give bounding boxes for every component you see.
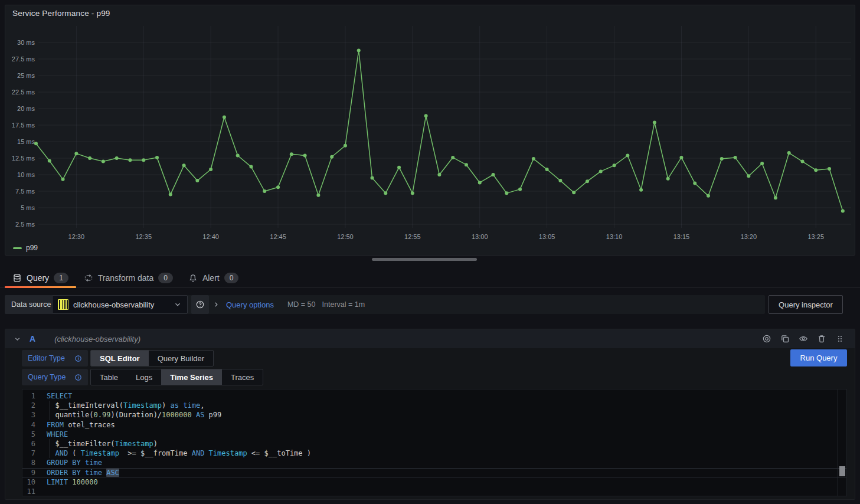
indent-guide — [50, 401, 50, 410]
tab-count-badge: 0 — [158, 273, 173, 283]
overview-ruler-decoration — [839, 466, 845, 476]
datasource-picker[interactable]: clickhouse-observability — [52, 295, 188, 314]
active-tab-underline — [5, 286, 76, 288]
svg-text:12:30: 12:30 — [68, 233, 85, 240]
svg-text:12:35: 12:35 — [135, 233, 152, 240]
editor-type-row: Editor Type SQL Editor Query Builder — [22, 350, 214, 366]
line-number: 8 — [22, 458, 35, 467]
drag-query-handle[interactable] — [833, 332, 846, 345]
query-datasource-hint: (clickhouse-observability) — [54, 335, 140, 343]
query-actions — [760, 332, 846, 345]
svg-text:10 ms: 10 ms — [17, 171, 35, 178]
code-line-3[interactable]: 3 quantile(0.99)(Duration)/1000000 AS p9… — [22, 410, 846, 420]
panel-editor-tabbar: Query 1 Transform data 0 Alert 0 — [0, 268, 860, 288]
svg-text:5 ms: 5 ms — [21, 204, 35, 211]
sql-code-editor[interactable]: 1SELECT2 $__timeInterval(Timestamp) as t… — [22, 389, 847, 496]
info-circle-icon[interactable] — [74, 374, 82, 381]
eye-icon — [799, 334, 808, 343]
query-options-interval: Interval = 1m — [322, 300, 365, 309]
code-line-10[interactable]: 10LIMIT 100000 — [22, 477, 846, 487]
tab-count-badge: 1 — [54, 273, 68, 283]
query-editor-card: A (clickhouse-observability) Editor Type… — [5, 329, 855, 500]
tab-label: Alert — [202, 273, 220, 283]
chart-legend: p99 — [13, 244, 38, 252]
query-ref-id: A — [30, 334, 35, 343]
editor-type-option-sql-editor[interactable]: SQL Editor — [91, 351, 149, 366]
indent-guide — [50, 439, 50, 449]
svg-text:25 ms: 25 ms — [17, 72, 35, 79]
query-options-toggle[interactable]: Query options — [226, 300, 274, 309]
query-type-row: Query Type Table Logs Time Series Traces — [22, 369, 263, 385]
transform-icon — [84, 273, 93, 283]
query-type-option-time-series[interactable]: Time Series — [161, 369, 222, 385]
svg-text:13:20: 13:20 — [741, 233, 757, 240]
svg-text:17.5 ms: 17.5 ms — [12, 122, 35, 129]
chevron-right-icon[interactable] — [212, 301, 220, 308]
horizontal-scrollbar-handle[interactable] — [372, 258, 477, 261]
tab-alert[interactable]: Alert 0 — [181, 268, 246, 287]
timeseries-chart[interactable]: 12:3012:3512:4012:4512:5012:5513:0013:05… — [5, 5, 855, 255]
question-circle-icon — [195, 300, 205, 309]
code-line-5[interactable]: 5WHERE — [22, 430, 846, 439]
svg-text:13:15: 13:15 — [673, 233, 690, 240]
line-number: 7 — [22, 449, 35, 458]
indent-guide — [50, 449, 50, 458]
query-status-button[interactable] — [760, 332, 773, 345]
code-line-6[interactable]: 6 $__timeFilter(Timestamp) — [22, 439, 846, 449]
chevron-down-icon[interactable] — [14, 335, 21, 343]
line-number: 10 — [22, 477, 35, 487]
editor-type-option-query-builder[interactable]: Query Builder — [149, 351, 213, 366]
database-icon — [12, 273, 22, 283]
hide-query-button[interactable] — [797, 332, 810, 345]
editor-type-group: SQL Editor Query Builder — [90, 350, 214, 366]
svg-text:13:05: 13:05 — [539, 233, 555, 240]
tab-count-badge: 0 — [224, 273, 239, 283]
query-options-section: Query options MD = 50 Interval = 1m — [212, 295, 365, 314]
query-type-option-traces[interactable]: Traces — [222, 369, 263, 385]
clickhouse-logo-icon — [58, 299, 68, 310]
info-circle-icon[interactable] — [74, 355, 82, 362]
overview-ruler[interactable] — [838, 390, 846, 496]
svg-text:13:25: 13:25 — [807, 233, 824, 240]
line-number: 5 — [22, 430, 35, 439]
tab-query[interactable]: Query 1 — [5, 268, 76, 287]
code-line-8[interactable]: 8GROUP BY time — [22, 458, 846, 467]
svg-text:22.5 ms: 22.5 ms — [12, 89, 35, 96]
tab-transform-data[interactable]: Transform data 0 — [76, 268, 181, 287]
datasource-help-button[interactable] — [191, 295, 209, 314]
code-line-7[interactable]: 7 AND ( Timestamp >= $__fromTime AND Tim… — [22, 449, 846, 458]
query-row-header[interactable]: A (clickhouse-observability) — [5, 329, 855, 348]
run-query-button[interactable]: Run Query — [790, 349, 847, 366]
query-type-option-logs[interactable]: Logs — [127, 369, 161, 385]
tab-label: Query — [27, 273, 49, 283]
copy-icon — [780, 334, 790, 343]
query-type-group: Table Logs Time Series Traces — [90, 369, 263, 385]
svg-text:2.5 ms: 2.5 ms — [15, 221, 35, 228]
svg-text:12:55: 12:55 — [404, 233, 421, 240]
line-number: 9 — [22, 468, 35, 477]
svg-text:13:10: 13:10 — [606, 233, 623, 240]
duplicate-query-button[interactable] — [779, 332, 792, 345]
tab-label: Transform data — [98, 273, 153, 283]
code-line-4[interactable]: 4FROM otel_traces — [22, 420, 846, 430]
line-number: 2 — [22, 401, 35, 410]
svg-text:12:45: 12:45 — [270, 233, 286, 240]
panel-title[interactable]: Service Performance - p99 — [12, 9, 110, 18]
code-line-9[interactable]: 9ORDER BY time ASC — [22, 468, 846, 477]
line-number: 11 — [22, 487, 35, 496]
line-number: 1 — [22, 391, 35, 401]
svg-text:7.5 ms: 7.5 ms — [15, 188, 35, 195]
code-line-1[interactable]: 1SELECT — [22, 391, 846, 401]
editor-type-label-chip: Editor Type — [22, 350, 88, 366]
delete-query-button[interactable] — [815, 332, 828, 345]
grafana-panel-edit-page: Service Performance - p99 12:3012:3512:4… — [0, 0, 860, 504]
svg-text:27.5 ms: 27.5 ms — [12, 55, 35, 63]
query-inspector-button[interactable]: Query inspector — [769, 295, 843, 314]
code-line-2[interactable]: 2 $__timeInterval(Timestamp) as time, — [22, 401, 846, 410]
legend-series-label[interactable]: p99 — [26, 244, 38, 252]
code-line-11[interactable]: 11 — [22, 487, 846, 496]
line-number: 3 — [22, 410, 35, 420]
code-lines: 1SELECT2 $__timeInterval(Timestamp) as t… — [22, 390, 846, 496]
query-type-option-table[interactable]: Table — [91, 369, 127, 385]
svg-text:30 ms: 30 ms — [17, 39, 35, 46]
